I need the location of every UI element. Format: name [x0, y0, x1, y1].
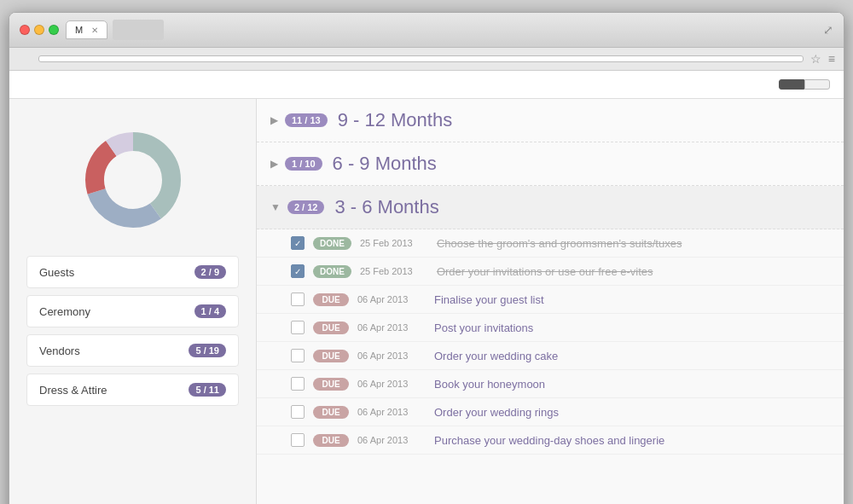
task-name[interactable]: Finalise your guest list [434, 293, 830, 306]
task-status-badge: DUE [313, 350, 349, 362]
content-area: ▶ 11 / 13 9 - 12 Months ▶ 1 / 10 6 - 9 M… [257, 99, 844, 504]
task-row: DUE 06 Apr 2013 Post your invitations [257, 314, 844, 342]
task-status-badge: DUE [313, 293, 349, 306]
task-status-badge: DUE [313, 406, 349, 419]
section-title-6-9: 6 - 9 Months [333, 153, 437, 175]
task-name[interactable]: Post your invitations [434, 322, 830, 334]
category-name: Vendors [39, 345, 80, 357]
new-tab-area [113, 20, 164, 40]
category-name: Ceremony [39, 305, 90, 318]
section-header-6-9[interactable]: ▶ 1 / 10 6 - 9 Months [257, 142, 844, 186]
maximize-button[interactable] [49, 25, 59, 35]
task-status-badge: DUE [313, 378, 349, 391]
category-name: Guests [39, 266, 74, 279]
task-date: 06 Apr 2013 [357, 350, 426, 361]
bookmark-icon[interactable]: ☆ [810, 52, 821, 66]
task-row: DUE 06 Apr 2013 Finalise your guest list [257, 286, 844, 314]
task-status-badge: DUE [313, 434, 349, 447]
close-button[interactable] [20, 25, 30, 35]
section-header-9-12[interactable]: ▶ 11 / 13 9 - 12 Months [257, 99, 844, 142]
section-title-9-12: 9 - 12 Months [338, 109, 453, 131]
task-checkbox[interactable] [291, 349, 305, 362]
window-fullscreen-icon[interactable]: ⤢ [823, 23, 833, 37]
task-name[interactable]: Order your wedding rings [434, 406, 830, 419]
category-item[interactable]: Guests 2 / 9 [26, 256, 239, 288]
tab-area: M ✕ [66, 20, 816, 40]
task-name[interactable]: Choose the groom's and groomsmen's suits… [437, 237, 830, 250]
sidebar: Guests 2 / 9 Ceremony 1 / 4 Vendors 5 / … [9, 99, 257, 504]
menu-icon[interactable]: ≡ [828, 52, 835, 66]
task-checkbox[interactable] [291, 433, 305, 447]
task-status-badge: DUE [313, 322, 349, 334]
task-checkbox[interactable]: ✓ [291, 236, 305, 250]
task-row: ✓ DONE 25 Feb 2013 Choose the groom's an… [257, 229, 844, 258]
section-6-9: ▶ 1 / 10 6 - 9 Months [257, 142, 844, 186]
category-name: Dress & Attire [39, 384, 107, 397]
donut-chart-container [26, 125, 239, 235]
task-checkbox[interactable] [291, 293, 305, 306]
task-name[interactable]: Order your wedding cake [434, 350, 830, 362]
task-date: 06 Apr 2013 [357, 435, 426, 445]
category-item[interactable]: Dress & Attire 5 / 11 [26, 374, 239, 406]
chevron-9-12-icon: ▶ [270, 114, 278, 126]
task-name[interactable]: Order your invitations or use our free e… [437, 265, 830, 278]
task-checkbox[interactable] [291, 377, 305, 391]
task-status-badge: DONE [313, 265, 351, 278]
task-row: DUE 06 Apr 2013 Order your wedding cake [257, 342, 844, 370]
category-badge: 1 / 4 [194, 304, 226, 318]
category-badge: 5 / 11 [189, 383, 226, 397]
active-tab[interactable]: M ✕ [66, 20, 107, 39]
task-checkbox[interactable] [291, 405, 305, 419]
task-row: ✓ DONE 25 Feb 2013 Order your invitation… [257, 258, 844, 286]
task-status-badge: DONE [313, 237, 351, 250]
category-badge: 2 / 9 [194, 265, 226, 279]
task-checkbox[interactable] [291, 321, 305, 334]
address-input[interactable] [38, 55, 804, 62]
task-checkbox[interactable]: ✓ [291, 264, 305, 278]
task-date: 06 Apr 2013 [357, 294, 426, 304]
category-item[interactable]: Ceremony 1 / 4 [26, 295, 239, 327]
view-toggle [779, 79, 830, 90]
task-date: 06 Apr 2013 [357, 407, 426, 417]
stats-bar [9, 71, 844, 99]
task-date: 06 Apr 2013 [357, 322, 426, 333]
sections-list: ▶ 11 / 13 9 - 12 Months ▶ 1 / 10 6 - 9 M… [257, 99, 844, 455]
tab-favicon: M [75, 25, 83, 35]
task-name[interactable]: Book your honeymoon [434, 378, 830, 391]
tasks-3-6: ✓ DONE 25 Feb 2013 Choose the groom's an… [257, 229, 844, 455]
task-row: DUE 06 Apr 2013 Order your wedding rings [257, 398, 844, 426]
browser-window: M ✕ ⤢ ☆ ≡ [9, 12, 844, 504]
main-content: Guests 2 / 9 Ceremony 1 / 4 Vendors 5 / … [9, 99, 844, 504]
address-bar-row: ☆ ≡ [9, 48, 844, 71]
section-badge-3-6: 2 / 12 [287, 200, 325, 214]
section-3-6: ▼ 2 / 12 3 - 6 Months ✓ DONE 25 Feb 2013… [257, 186, 844, 455]
chevron-3-6-icon: ▼ [270, 201, 281, 213]
check-mark-icon: ✓ [294, 267, 301, 276]
category-view-button[interactable] [804, 79, 830, 90]
svg-point-4 [107, 154, 159, 206]
donut-chart [78, 125, 189, 235]
category-item[interactable]: Vendors 5 / 19 [26, 334, 239, 367]
date-view-button[interactable] [779, 79, 804, 90]
minimize-button[interactable] [34, 25, 44, 35]
title-bar: M ✕ ⤢ [9, 13, 844, 48]
chevron-6-9-icon: ▶ [270, 158, 278, 170]
task-date: 25 Feb 2013 [360, 266, 428, 276]
section-title-3-6: 3 - 6 Months [334, 196, 438, 218]
task-row: DUE 06 Apr 2013 Purchase your wedding-da… [257, 426, 844, 455]
section-badge-6-9: 1 / 10 [285, 157, 322, 171]
task-name[interactable]: Purchase your wedding-day shoes and ling… [434, 434, 830, 447]
task-date: 25 Feb 2013 [360, 238, 428, 248]
category-badge: 5 / 19 [189, 344, 226, 357]
check-mark-icon: ✓ [294, 239, 301, 248]
task-date: 06 Apr 2013 [357, 379, 426, 389]
categories-list: Guests 2 / 9 Ceremony 1 / 4 Vendors 5 / … [26, 256, 239, 406]
section-header-3-6[interactable]: ▼ 2 / 12 3 - 6 Months [257, 186, 844, 229]
section-9-12: ▶ 11 / 13 9 - 12 Months [257, 99, 844, 142]
section-badge-9-12: 11 / 13 [285, 113, 328, 127]
task-row: DUE 06 Apr 2013 Book your honeymoon [257, 370, 844, 398]
tab-close-icon[interactable]: ✕ [91, 26, 98, 35]
traffic-lights [20, 25, 59, 35]
